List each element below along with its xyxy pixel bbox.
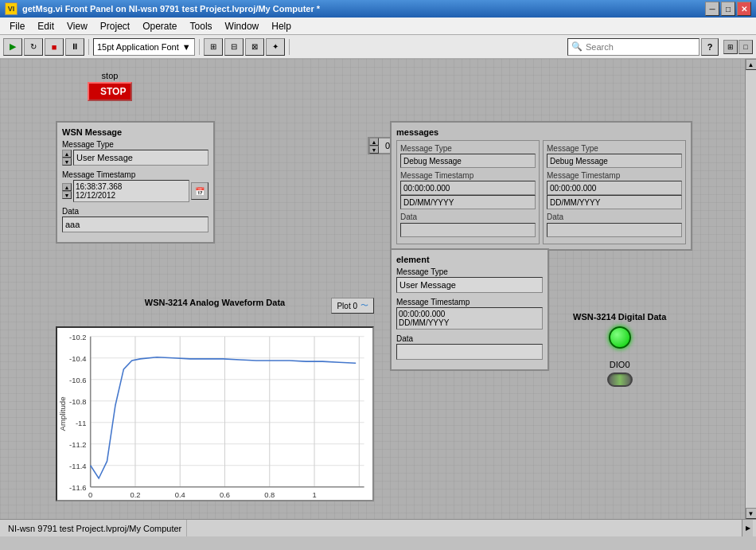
- element-data-value: [396, 344, 543, 360]
- canvas-wrapper: stop STOP WSN Message Message Type ▲ ▼ U…: [0, 59, 756, 519]
- msg-col1-ts-line1: 00:00:00.000: [400, 181, 536, 195]
- msg-col1-ts-group: Message Timestamp 00:00:00.000 DD/MM/YYY…: [400, 171, 536, 209]
- wsn-ts-line1: 16:38:37.368: [76, 182, 187, 191]
- menu-edit[interactable]: Edit: [31, 19, 60, 33]
- wsn-ts-label: Message Timestamp: [62, 170, 208, 179]
- maximize-button[interactable]: □: [721, 2, 735, 16]
- wsn-type-up[interactable]: ▲: [62, 150, 72, 158]
- calendar-icon[interactable]: 📅: [191, 182, 208, 200]
- reorder-button[interactable]: ⊠: [245, 38, 264, 56]
- search-box[interactable]: 🔍: [567, 38, 699, 56]
- wsn-type-value[interactable]: User Message: [73, 150, 208, 166]
- svg-text:-11.6: -11.6: [69, 483, 86, 492]
- counter-down[interactable]: ▼: [369, 146, 379, 154]
- menu-tools[interactable]: Tools: [184, 19, 219, 33]
- msg-col1-data-group: Data: [400, 213, 536, 237]
- chart-title: WSN-3214 Analog Waveform Data: [56, 298, 374, 307]
- toolbar-extra-icon-2[interactable]: □: [738, 40, 753, 54]
- dio-label: DIO0: [573, 360, 666, 369]
- svg-text:-10.2: -10.2: [69, 333, 86, 341]
- counter-scroll[interactable]: ▲ ▼: [369, 138, 379, 154]
- wsn-data-value[interactable]: aaa: [62, 216, 208, 232]
- svg-text:-10.8: -10.8: [69, 397, 86, 406]
- toolbar-separator-2: [199, 39, 200, 55]
- wsn-ts-scroll[interactable]: ▲ ▼: [62, 183, 72, 199]
- svg-rect-0: [57, 328, 372, 500]
- msg-col1-data-value: [400, 223, 536, 237]
- toolbar: ↻ ⏸ 15pt Application Font ▼ ⊞ ⊟ ⊠ ✦ 🔍 ? …: [0, 35, 756, 59]
- chart-inner: -10.2 -10.4 -10.6 -10.8 -11 -11.2 -11.4 …: [56, 326, 374, 501]
- wsn-ts-up[interactable]: ▲: [62, 183, 72, 191]
- chart-header: WSN-3214 Analog Waveform Data Plot 0 〜: [56, 298, 374, 307]
- minimize-button[interactable]: ─: [705, 2, 719, 16]
- menu-help[interactable]: Help: [265, 19, 298, 33]
- svg-text:1: 1: [312, 490, 316, 499]
- msg-col2-ts-line2: DD/MM/YYYY: [547, 195, 682, 209]
- stop-label: stop: [88, 71, 132, 80]
- svg-text:0.2: 0.2: [130, 490, 140, 499]
- element-title: element: [396, 255, 543, 264]
- stop-button[interactable]: STOP: [88, 82, 132, 101]
- toolbar-extra-icon-1[interactable]: ⊞: [723, 40, 738, 54]
- menu-project[interactable]: Project: [94, 19, 136, 33]
- wsn-ts-down[interactable]: ▼: [62, 191, 72, 199]
- run-button[interactable]: [3, 38, 22, 56]
- run-continuously-button[interactable]: ↻: [24, 38, 43, 56]
- element-type-value: User Message: [396, 277, 543, 293]
- close-button[interactable]: ✕: [737, 2, 751, 16]
- abort-button[interactable]: [45, 38, 64, 56]
- font-selector[interactable]: 15pt Application Font ▼: [93, 38, 195, 56]
- menu-operate[interactable]: Operate: [136, 19, 183, 33]
- element-ts-line2: DD/MM/YYYY: [399, 318, 540, 327]
- element-data-group: Data: [396, 334, 543, 360]
- menu-file[interactable]: File: [3, 19, 31, 33]
- wsn-ts-line2: 12/12/2012: [76, 191, 187, 200]
- svg-text:0.8: 0.8: [264, 490, 275, 499]
- font-dropdown-arrow[interactable]: ▼: [182, 42, 191, 52]
- msg-col2-type-label: Message Type: [547, 144, 682, 153]
- svg-text:0: 0: [88, 490, 92, 499]
- svg-text:-11.4: -11.4: [69, 462, 87, 470]
- led-green: [609, 326, 631, 349]
- digital-box: WSN-3214 Digital Data DIO0: [573, 312, 666, 387]
- menu-window[interactable]: Window: [219, 19, 266, 33]
- svg-text:-10.4: -10.4: [69, 354, 87, 363]
- svg-text:-10.6: -10.6: [69, 376, 86, 384]
- wsn-type-label: Message Type: [62, 140, 208, 149]
- align-button[interactable]: ⊞: [204, 38, 223, 56]
- msg-col2-ts-line1: 00:00:00.000: [547, 181, 682, 195]
- digital-title: WSN-3214 Digital Data: [573, 312, 666, 322]
- messages-col1: Message Type Debug Message Message Times…: [396, 140, 540, 244]
- plot-button[interactable]: Plot 0 〜: [331, 298, 374, 314]
- scroll-up-button[interactable]: ▲: [746, 59, 757, 70]
- messages-title: messages: [396, 127, 686, 137]
- svg-text:Amplitude: Amplitude: [59, 396, 68, 431]
- chart-svg: -10.2 -10.4 -10.6 -10.8 -11 -11.2 -11.4 …: [57, 328, 372, 500]
- menu-view[interactable]: View: [60, 19, 94, 33]
- font-name: 15pt Application Font: [97, 42, 179, 52]
- wsn-type-down[interactable]: ▼: [62, 158, 72, 166]
- chart-container: WSN-3214 Analog Waveform Data Plot 0 〜: [56, 298, 374, 501]
- counter-up[interactable]: ▲: [369, 138, 379, 146]
- pause-button[interactable]: ⏸: [65, 38, 84, 56]
- msg-col2-ts-label: Message Timestamp: [547, 171, 682, 180]
- wsn-ts-group: Message Timestamp ▲ ▼ 16:38:37.368 12/12…: [62, 170, 208, 202]
- svg-text:-11: -11: [76, 419, 87, 427]
- menu-bar: File Edit View Project Operate Tools Win…: [0, 18, 756, 35]
- element-ts-value: 00:00:00.000 DD/MM/YYYY: [396, 307, 543, 330]
- msg-col2-type-group: Message Type Debug Message: [547, 144, 682, 168]
- status-scroll-right[interactable]: ▶: [742, 520, 753, 536]
- status-scrollbar[interactable]: [187, 520, 742, 536]
- element-ts-label: Message Timestamp: [396, 298, 543, 306]
- distribute-button[interactable]: ⊟: [224, 38, 244, 56]
- search-input[interactable]: [586, 42, 696, 52]
- tools-button[interactable]: ✦: [266, 38, 285, 56]
- stop-icon: [52, 42, 57, 52]
- wsn-type-input-row: ▲ ▼ User Message: [62, 150, 208, 166]
- msg-col1-type-value: Debug Message: [400, 154, 536, 168]
- help-button[interactable]: ?: [701, 38, 719, 56]
- msg-col1-ts-line2: DD/MM/YYYY: [400, 195, 536, 209]
- scroll-down-button[interactable]: ▼: [746, 508, 757, 519]
- msg-col1-data-label: Data: [400, 213, 536, 221]
- wsn-type-scroll[interactable]: ▲ ▼: [62, 150, 72, 166]
